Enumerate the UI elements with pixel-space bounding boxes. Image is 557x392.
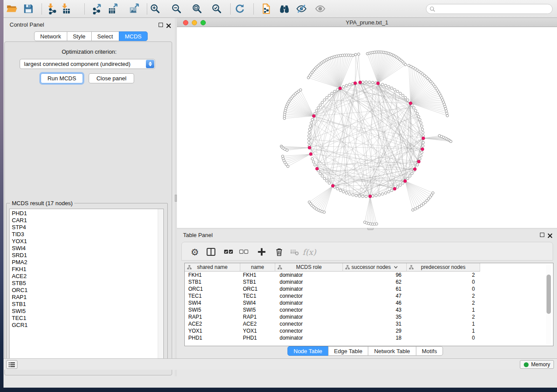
table-row[interactable]: SWI4SWI4dominator462: [185, 299, 553, 306]
network-node[interactable]: [310, 122, 313, 124]
network-node[interactable]: [315, 110, 318, 112]
network-mcds-hub-node[interactable]: [413, 168, 416, 171]
network-window-titlebar[interactable]: YPA_prune.txt_1: [177, 18, 557, 27]
column-header-predecessor-nodes[interactable]: predecessor nodes: [407, 263, 480, 272]
column-header-shared-name[interactable]: shared name: [185, 263, 240, 272]
tab-motifs[interactable]: Motifs: [416, 346, 443, 356]
task-history-button[interactable]: [6, 360, 17, 369]
zoom-out-icon[interactable]: [170, 2, 183, 15]
mcds-list-scrollbar[interactable]: [158, 209, 163, 360]
network-node[interactable]: [311, 118, 314, 121]
mcds-result-item[interactable]: PHD1: [10, 210, 157, 217]
network-node[interactable]: [319, 172, 322, 175]
network-node[interactable]: [333, 90, 336, 93]
network-node[interactable]: [345, 192, 348, 194]
network-node[interactable]: [342, 86, 345, 88]
mcds-result-item[interactable]: CAR1: [10, 217, 157, 224]
network-leaf-node[interactable]: [446, 114, 449, 117]
network-leaf-node[interactable]: [375, 223, 378, 225]
network-node[interactable]: [399, 92, 401, 95]
network-mcds-hub-node[interactable]: [331, 184, 334, 187]
tab-mcds[interactable]: MCDS: [119, 31, 148, 41]
network-leaf-node[interactable]: [450, 140, 452, 143]
network-node[interactable]: [345, 84, 348, 87]
network-node[interactable]: [323, 99, 326, 101]
network-mcds-hub-node[interactable]: [339, 87, 342, 90]
tab-network-table[interactable]: Network Table: [368, 346, 416, 356]
network-node[interactable]: [331, 92, 333, 95]
mcds-result-item[interactable]: TID3: [10, 231, 157, 238]
table-row[interactable]: FKH1FKH1dominator962: [185, 272, 553, 279]
network-node[interactable]: [311, 158, 314, 160]
network-node[interactable]: [416, 164, 419, 166]
network-node[interactable]: [420, 122, 422, 124]
network-node[interactable]: [321, 101, 324, 104]
open-session-icon[interactable]: [5, 2, 18, 15]
network-node[interactable]: [308, 128, 311, 131]
delete-table-icon[interactable]: [288, 246, 301, 258]
run-mcds-button[interactable]: Run MCDS: [41, 73, 83, 83]
network-mcds-hub-node[interactable]: [393, 187, 396, 190]
import-table-icon[interactable]: [59, 2, 72, 15]
table-row[interactable]: YOX1YOX1connector291: [185, 327, 553, 334]
deselect-all-columns-icon[interactable]: [238, 246, 250, 258]
network-leaf-node[interactable]: [299, 89, 302, 91]
network-node[interactable]: [319, 104, 322, 107]
network-leaf-node[interactable]: [323, 211, 325, 213]
network-node[interactable]: [387, 86, 390, 88]
mcds-result-item[interactable]: YOX1: [10, 238, 157, 245]
network-node[interactable]: [349, 83, 351, 86]
network-node[interactable]: [420, 155, 422, 157]
table-row[interactable]: ACE2ACE2connector311: [185, 320, 553, 327]
mcds-result-item[interactable]: STB1: [10, 301, 157, 308]
network-node[interactable]: [325, 96, 328, 99]
show-columns-icon[interactable]: [205, 246, 217, 258]
network-leaf-node[interactable]: [357, 53, 360, 55]
tab-select[interactable]: Select: [91, 31, 119, 41]
network-node[interactable]: [308, 141, 310, 144]
network-mcds-hub-node[interactable]: [309, 152, 312, 155]
network-node[interactable]: [358, 195, 361, 197]
network-mcds-hub-node[interactable]: [315, 167, 318, 170]
network-node[interactable]: [355, 194, 357, 197]
mcds-result-item[interactable]: SWI4: [10, 245, 157, 252]
network-node[interactable]: [387, 190, 390, 193]
table-row[interactable]: STB1STB1dominator620: [185, 279, 553, 285]
search-network-icon[interactable]: [278, 2, 291, 15]
mcds-result-item[interactable]: FKH1: [10, 266, 157, 273]
delete-column-icon[interactable]: [273, 246, 285, 258]
mcds-result-item[interactable]: GCR1: [10, 322, 157, 329]
network-mcds-hub-node[interactable]: [421, 148, 424, 151]
network-node[interactable]: [308, 138, 310, 141]
table-scrollbar[interactable]: [546, 265, 551, 344]
network-node[interactable]: [371, 81, 374, 84]
network-node[interactable]: [328, 182, 331, 184]
export-network-icon[interactable]: [90, 2, 104, 15]
network-node[interactable]: [406, 177, 409, 180]
tab-edge-table[interactable]: Edge Table: [328, 346, 369, 356]
network-mcds-hub-node[interactable]: [312, 114, 315, 117]
network-node[interactable]: [421, 128, 424, 131]
network-node[interactable]: [378, 194, 381, 196]
table-row[interactable]: TEC1TEC1connector472: [185, 292, 553, 299]
tab-network[interactable]: Network: [34, 31, 67, 41]
zoom-in-icon[interactable]: [149, 2, 162, 15]
close-panel-icon[interactable]: [547, 232, 553, 237]
network-node[interactable]: [339, 189, 342, 192]
mcds-result-item[interactable]: PMA2: [10, 259, 157, 266]
network-mcds-hub-node[interactable]: [409, 102, 412, 105]
mcds-result-item[interactable]: TEC1: [10, 315, 157, 322]
network-node[interactable]: [375, 194, 377, 197]
import-network-icon[interactable]: [45, 2, 58, 15]
network-node[interactable]: [368, 81, 371, 83]
network-mcds-hub-node[interactable]: [422, 137, 425, 140]
network-node[interactable]: [325, 179, 328, 182]
network-leaf-node[interactable]: [352, 54, 354, 57]
network-leaf-node[interactable]: [354, 53, 357, 56]
network-node[interactable]: [411, 172, 413, 175]
network-node[interactable]: [365, 81, 367, 83]
network-node[interactable]: [309, 125, 312, 127]
table-row[interactable]: PHD1PHD1dominator180: [185, 334, 553, 341]
network-canvas[interactable]: [177, 27, 557, 228]
network-node[interactable]: [308, 134, 310, 137]
